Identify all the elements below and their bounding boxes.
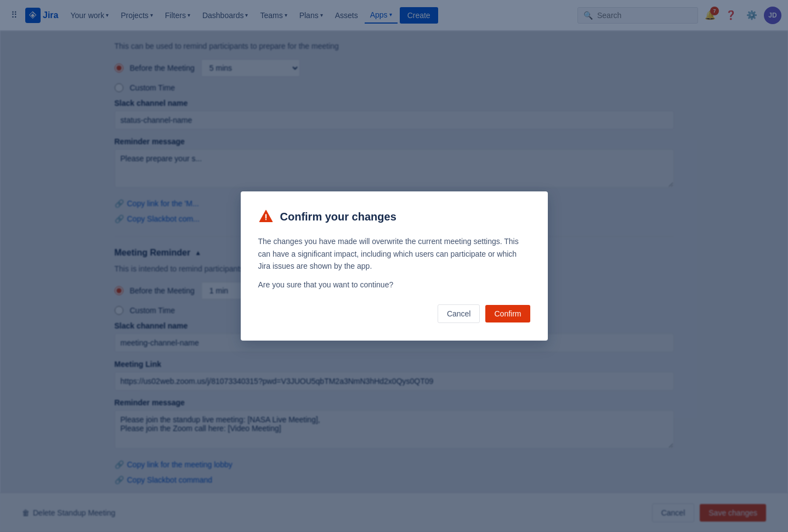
modal-header: Confirm your changes [258,209,530,224]
modal-footer: Cancel Confirm [258,304,530,323]
modal-cancel-button[interactable]: Cancel [438,304,480,323]
modal-body: The changes you have made will overwrite… [258,235,530,291]
modal-confirm-button[interactable]: Confirm [485,305,530,322]
modal-body-line1: The changes you have made will overwrite… [258,235,530,272]
warning-icon [258,209,274,224]
svg-point-0 [265,219,266,220]
modal-title: Confirm your changes [280,211,396,223]
modal-body-line2: Are you sure that you want to continue? [258,279,530,291]
modal-overlay: Confirm your changes The changes you hav… [0,0,788,532]
confirm-modal: Confirm your changes The changes you hav… [241,191,548,341]
